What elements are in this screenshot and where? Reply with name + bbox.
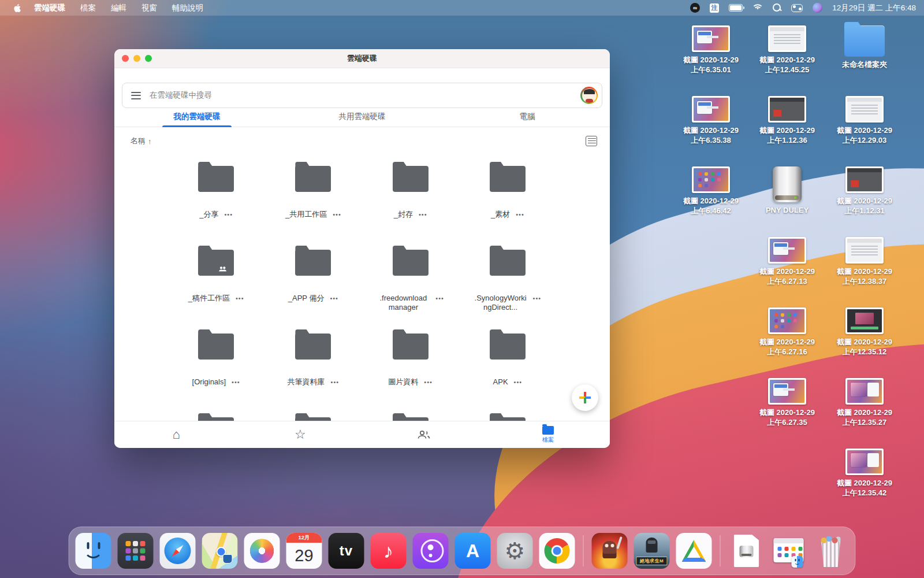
menu-hamburger-icon[interactable] [131, 92, 141, 99]
nav-home[interactable]: ⌂ [114, 421, 239, 448]
dock-chrome-icon[interactable] [539, 533, 575, 569]
siri-icon[interactable] [813, 3, 822, 13]
nav-starred[interactable]: ☆ [239, 421, 363, 448]
drive-folder-item[interactable]: _分享••• [167, 161, 264, 244]
dock-launchpad-icon[interactable] [118, 533, 154, 569]
battery-icon[interactable] [729, 4, 743, 12]
desktop-icon-shot-dark[interactable]: 截圖 2020-12-29上午1.12.31 [826, 166, 903, 216]
dock-game-pubg-icon[interactable]: 絕地求生M [634, 533, 670, 569]
wifi-icon[interactable] [752, 3, 763, 13]
drive-folder-item[interactable]: _共用工作區••• [264, 161, 362, 244]
nav-shared[interactable] [362, 421, 486, 448]
dock-calendar-icon[interactable]: 12月29 [286, 533, 322, 569]
screenshot-preview [770, 239, 804, 262]
account-avatar[interactable] [580, 87, 598, 104]
tab-電腦[interactable]: 電腦 [445, 109, 610, 127]
more-options-button[interactable]: ••• [514, 377, 523, 387]
more-options-button[interactable]: ••• [232, 377, 240, 387]
desktop-icon-folder[interactable]: 未命名檔案夾 [826, 25, 903, 69]
dock-app-store-icon[interactable]: A [455, 533, 491, 569]
dock-apple-tv-icon[interactable]: tv [329, 533, 364, 569]
desktop-icon-shot-bigsur[interactable]: 截圖 2020-12-29上午6.35.01 [673, 25, 749, 75]
trash-basket [820, 540, 842, 567]
dock-google-drive-icon[interactable] [676, 533, 712, 569]
more-options-button[interactable]: ••• [533, 294, 542, 303]
shared-people-icon [218, 266, 227, 272]
desktop-icon-shot-light[interactable]: 截圖 2020-12-29上午12.45.25 [749, 25, 825, 75]
drive-folder-item[interactable]: _稿件工作區••• [167, 244, 264, 328]
minimize-button[interactable] [133, 55, 140, 62]
drive-folder-item-partial[interactable] [362, 412, 459, 421]
dock-trash-icon[interactable] [813, 533, 849, 569]
desktop-icon-shot-bigsur[interactable]: 截圖 2020-12-29上午6.35.38 [673, 96, 749, 145]
folder-name: .SynologyWorkingDirect... [474, 294, 527, 312]
drive-folder-item[interactable]: [Originals]••• [167, 328, 264, 412]
dock-finder-window-shot-icon[interactable] [771, 533, 807, 569]
drive-folder-item[interactable]: _封存••• [362, 161, 459, 244]
drive-folder-item[interactable]: _素材••• [459, 161, 556, 244]
more-options-button[interactable]: ••• [424, 377, 433, 387]
desktop-icon-shot-launchpad[interactable]: 截圖 2020-12-29上午6.46.42 [673, 166, 749, 216]
tab-共用雲端硬碟[interactable]: 共用雲端硬碟 [280, 109, 445, 127]
desktop-icon-shot-anime[interactable]: 截圖 2020-12-29上午12.35.27 [826, 378, 903, 427]
dock-finder-icon[interactable] [76, 533, 111, 569]
desktop-icon-shot-bigsur[interactable]: 截圖 2020-12-29上午6.27.13 [749, 237, 825, 286]
menu-file[interactable]: 檔案 [74, 3, 102, 13]
spotlight-search-icon[interactable] [773, 3, 781, 12]
calendar-month: 12月 [286, 533, 322, 543]
dock-system-preferences-icon[interactable]: ⚙ [497, 533, 533, 569]
nav-files[interactable]: 檔案 [486, 421, 610, 448]
sort-by-name-button[interactable]: 名稱 ↑ [131, 136, 152, 146]
more-options-button[interactable]: ••• [516, 210, 524, 219]
window-titlebar[interactable]: 雲端硬碟 [114, 49, 610, 68]
input-method-icon[interactable]: 注 [710, 3, 719, 13]
menu-edit[interactable]: 編輯 [105, 3, 133, 13]
desktop-icon-shot-bigsur[interactable]: 截圖 2020-12-29上午6.27.35 [749, 378, 825, 427]
dock-safari-icon[interactable] [160, 533, 196, 569]
drive-folder-item-partial[interactable] [264, 412, 362, 421]
desktop-icon-shot-video[interactable]: 截圖 2020-12-29上午12.35.12 [826, 307, 903, 357]
drive-folder-item[interactable]: 圖片資料••• [362, 328, 459, 412]
dock-photos-icon[interactable] [244, 533, 280, 569]
creative-cloud-icon[interactable]: ∞ [690, 3, 700, 13]
search-input[interactable]: 在雲端硬碟中搜尋 [150, 90, 580, 101]
more-options-button[interactable]: ••• [330, 294, 338, 303]
drive-folder-item[interactable]: APK••• [459, 328, 556, 412]
drive-folder-item[interactable]: _APP 備分••• [264, 244, 362, 328]
drive-folder-item-partial[interactable] [167, 412, 264, 421]
drive-folder-item[interactable]: .SynologyWorkingDirect...••• [459, 244, 556, 328]
menu-window[interactable]: 視窗 [135, 3, 163, 13]
apple-menu-icon[interactable] [8, 3, 25, 13]
zoom-button[interactable] [145, 55, 152, 62]
desktop-icon-shot-light[interactable]: 截圖 2020-12-29上午12.38.37 [826, 237, 903, 286]
folder-name: _APP 備分 [288, 294, 325, 303]
tab-我的雲端硬碟[interactable]: 我的雲端硬碟 [114, 109, 280, 127]
more-options-button[interactable]: ••• [419, 210, 427, 219]
more-options-button[interactable]: ••• [236, 294, 244, 303]
dock-disk-image-file-icon[interactable] [729, 533, 765, 569]
dock-maps-icon[interactable] [202, 533, 238, 569]
drive-folder-item[interactable]: 共筆資料庫••• [264, 328, 362, 412]
more-options-button[interactable]: ••• [331, 377, 340, 387]
drive-folder-item-partial[interactable] [459, 412, 556, 421]
more-options-button[interactable]: ••• [224, 210, 233, 219]
menu-app-name[interactable]: 雲端硬碟 [28, 3, 72, 13]
drive-search-bar[interactable]: 在雲端硬碟中搜尋 [122, 83, 602, 108]
list-view-toggle-icon[interactable] [586, 136, 597, 146]
control-center-icon[interactable] [791, 4, 803, 12]
dock-music-icon[interactable]: ♪ [371, 533, 407, 569]
desktop-icon-drive[interactable]: PNY DULEY [749, 166, 825, 215]
dock-game-rpg-icon[interactable] [592, 533, 628, 569]
desktop-icon-shot-launchpad[interactable]: 截圖 2020-12-29上午6.27.16 [749, 307, 825, 357]
drive-folder-item[interactable]: .freedownloadmanager••• [362, 244, 459, 328]
desktop-icon-shot-light[interactable]: 截圖 2020-12-29上午12.29.03 [826, 96, 903, 145]
menu-help[interactable]: 輔助說明 [166, 3, 210, 13]
menu-bar-clock[interactable]: 12月29日 週二 上午6:48 [832, 3, 916, 13]
desktop-icon-shot-dark[interactable]: 截圖 2020-12-29上午1.12.36 [749, 96, 825, 145]
close-button[interactable] [122, 55, 129, 62]
more-options-button[interactable]: ••• [333, 210, 341, 219]
more-options-button[interactable]: ••• [435, 294, 444, 303]
new-item-fab[interactable] [572, 384, 598, 411]
desktop-icon-shot-anime[interactable]: 截圖 2020-12-29上午12.35.42 [826, 449, 903, 498]
dock-podcasts-icon[interactable] [413, 533, 449, 569]
